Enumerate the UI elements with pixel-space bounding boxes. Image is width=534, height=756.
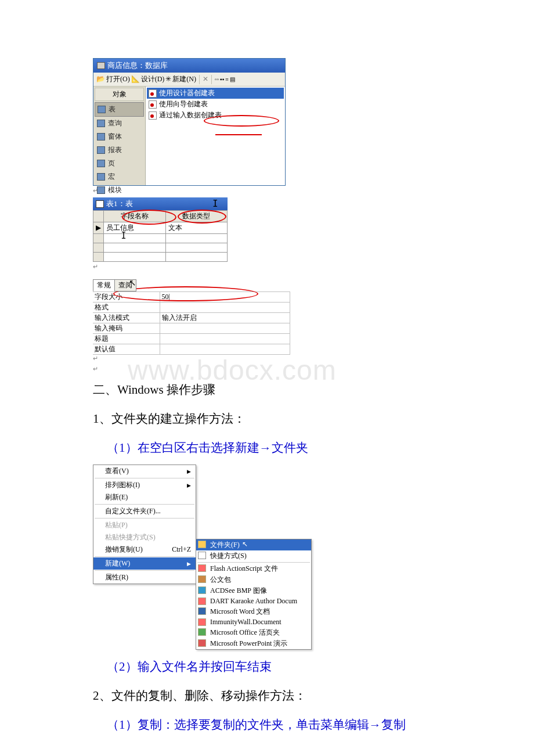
ctx-label: 查看(V): [105, 466, 129, 476]
ctx-view[interactable]: 查看(V)▶: [93, 465, 196, 477]
page-icon: [97, 160, 105, 167]
prop-label: 标题: [93, 334, 160, 344]
sub-label: Microsoft PowerPoint 演示: [210, 639, 287, 647]
sidebar-label: 宏: [108, 172, 115, 182]
main-item-designer[interactable]: 使用设计器创建表: [147, 88, 284, 99]
sidebar-item-query[interactable]: 查询: [95, 117, 144, 130]
view-icon4[interactable]: ▤: [230, 76, 235, 82]
toolbar-design[interactable]: 设计(D): [141, 74, 165, 84]
properties-table[interactable]: 字段大小50| 格式 输入法模式输入法开启 输入掩码 标题 默认值: [93, 291, 290, 355]
sidebar-label: 表: [109, 105, 116, 114]
empty-cell[interactable]: [104, 234, 166, 243]
field-grid[interactable]: 字段名称 数据类型 ▶ 员工信息 文本: [93, 210, 228, 262]
row-selector[interactable]: ▶: [93, 222, 104, 234]
main-item-wizard[interactable]: 使用向导创建表: [147, 99, 284, 110]
ctx-refresh[interactable]: 刷新(E): [93, 491, 196, 503]
sub-dart[interactable]: DART Karaoke Author Docum: [196, 596, 311, 606]
empty-cell[interactable]: [165, 253, 228, 262]
table-title: 表1：表: [106, 199, 133, 209]
ctx-arrange[interactable]: 排列图标(I)▶: [93, 479, 196, 491]
prop-value[interactable]: [160, 334, 290, 344]
sub-immunity[interactable]: ImmunityWall.Document: [196, 617, 311, 627]
ctx-paste: 粘贴(P): [93, 519, 196, 531]
query-icon: [97, 120, 105, 127]
separator: [211, 75, 212, 84]
sub-binder[interactable]: Microsoft Office 活页夹: [196, 627, 311, 638]
view-icon2[interactable]: ▪▪: [220, 76, 224, 82]
step-1: 1、文件夹的建立操作方法：: [93, 406, 441, 431]
toolbar-new[interactable]: 新建(N): [172, 74, 196, 84]
empty-cell[interactable]: [165, 243, 228, 253]
ctx-label: 撤销复制(U): [105, 545, 143, 555]
sub-label: Microsoft Office 活页夹: [210, 628, 280, 636]
prop-label: 默认值: [93, 344, 160, 355]
tab-general[interactable]: 常规: [93, 279, 115, 291]
ctx-undo[interactable]: 撤销复制(U)Ctrl+Z: [93, 543, 196, 556]
sidebar-item-page[interactable]: 页: [95, 157, 144, 170]
prop-value[interactable]: [160, 303, 290, 313]
sub-shortcut[interactable]: 快捷方式(S): [196, 550, 311, 561]
heading-windows: 二、Windows 操作步骤: [93, 377, 441, 402]
row-selector[interactable]: [93, 234, 104, 243]
main-item-label: 使用向导创建表: [159, 99, 208, 109]
sidebar-label: 查询: [108, 118, 122, 128]
ctx-new[interactable]: 新建(W)▶: [93, 557, 196, 570]
sub-flash[interactable]: Flash ActionScript 文件: [196, 563, 311, 574]
sub-word[interactable]: Microsoft Word 文档: [196, 606, 311, 617]
sidebar-label: 报表: [108, 145, 122, 155]
table-icon: [98, 106, 106, 113]
create-icon: [149, 100, 157, 109]
sub-label: ACDSee BMP 图像: [210, 586, 267, 595]
field-name-cell[interactable]: 员工信息: [104, 222, 166, 234]
db-toolbar: 📂 打开(O) 📐 设计(D) ✳ 新建(N) ✕ ▫▫ ▪▪ ≡ ▤: [93, 73, 285, 87]
sub-folder[interactable]: 文件夹(F)↖: [196, 539, 311, 550]
separator: [95, 570, 194, 571]
annotation-line: [215, 134, 262, 135]
db-titlebar: 商店信息：数据库: [93, 59, 285, 73]
view-icon1[interactable]: ▫▫: [215, 76, 219, 82]
ctx-customize[interactable]: 自定义文件夹(F)...: [93, 505, 196, 517]
sub-ppt[interactable]: Microsoft PowerPoint 演示: [196, 638, 311, 649]
dart-icon: [198, 597, 206, 605]
design-icon: 📐: [131, 75, 140, 84]
view-icon3[interactable]: ≡: [225, 76, 229, 82]
sub-label: 公文包: [210, 575, 231, 584]
prop-value[interactable]: [160, 344, 290, 355]
empty-cell[interactable]: [104, 253, 166, 262]
delete-icon[interactable]: ✕: [203, 75, 208, 84]
prop-value[interactable]: [160, 323, 290, 334]
return-mark: ↵: [93, 355, 98, 362]
macro-icon: [97, 173, 105, 181]
props-tabs: 常规 查阅 ↖: [93, 279, 290, 291]
empty-cell[interactable]: [165, 234, 228, 243]
col-fieldname: 字段名称: [104, 211, 166, 222]
new-submenu: 文件夹(F)↖ 快捷方式(S) Flash ActionScript 文件 公文…: [196, 539, 312, 650]
sub-briefcase[interactable]: 公文包: [196, 574, 311, 585]
empty-cell[interactable]: [104, 243, 166, 253]
sub-label: 文件夹(F): [210, 541, 240, 549]
module-icon: [97, 186, 105, 194]
sidebar-item-module[interactable]: 模块: [95, 183, 144, 197]
main-item-label: 通过输入数据创建表: [159, 110, 222, 120]
sidebar-item-macro[interactable]: 宏: [95, 170, 144, 183]
row-selector[interactable]: [93, 243, 104, 253]
db-title-icon: [97, 62, 105, 69]
data-type-cell[interactable]: 文本: [165, 222, 228, 234]
open-icon: 📂: [96, 75, 105, 84]
prop-label: 输入法模式: [93, 313, 160, 323]
binder-icon: [198, 628, 206, 636]
new-icon: ✳: [165, 75, 171, 84]
ctx-properties[interactable]: 属性(R): [93, 571, 196, 584]
toolbar-open[interactable]: 打开(O): [106, 74, 130, 84]
create-icon: [149, 111, 157, 120]
prop-value[interactable]: 输入法开启: [160, 313, 290, 323]
row-selector[interactable]: [93, 253, 104, 262]
sidebar-item-report[interactable]: 报表: [95, 143, 144, 157]
sidebar-item-form[interactable]: 窗体: [95, 130, 144, 143]
col-label: 字段名称: [121, 212, 149, 220]
sub-bmp[interactable]: ACDSee BMP 图像: [196, 585, 311, 596]
sidebar-item-table[interactable]: 表: [95, 102, 144, 117]
main-item-input[interactable]: 通过输入数据创建表: [147, 110, 284, 121]
prop-value[interactable]: 50|: [160, 292, 290, 303]
folder-icon: [198, 541, 206, 548]
